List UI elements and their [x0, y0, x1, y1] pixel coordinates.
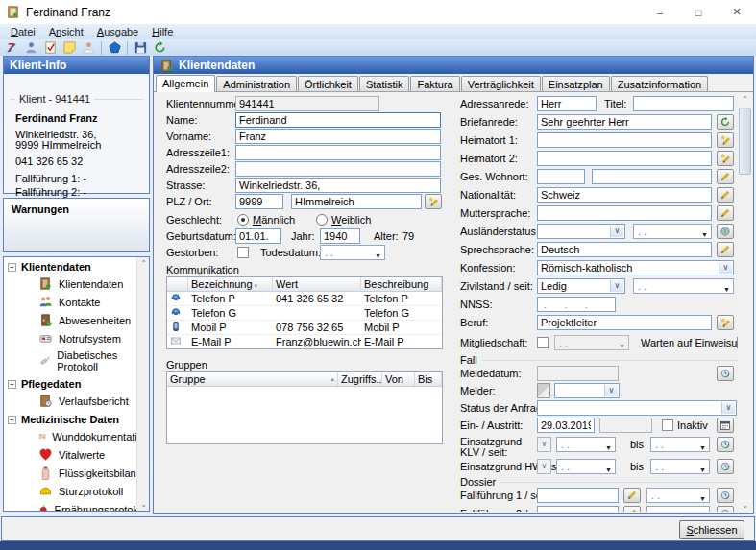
muttersprache-edit-button[interactable] [717, 205, 734, 221]
tasks-icon[interactable] [41, 40, 59, 56]
zivilstand-date-dropdown[interactable]: . .▼ [633, 278, 734, 294]
auslaenderstatus-date-dropdown[interactable]: . .▼ [633, 224, 712, 239]
tab-oertlichkeit[interactable]: Örtlichkeit [298, 76, 358, 91]
menu-hilfe[interactable]: Hilfe [145, 25, 180, 38]
tree-group-medizinische-daten[interactable]: − Medizinische Daten [4, 410, 149, 427]
fallfuehrung2-input[interactable] [537, 506, 619, 512]
tree-item-vitalwerte[interactable]: Vitalwerte [4, 445, 149, 464]
hw-history-button[interactable] [717, 459, 734, 474]
inaktiv-checkbox[interactable] [662, 419, 673, 431]
tree-item-verlaufsbericht[interactable]: Verlaufsbericht [4, 392, 149, 410]
nnss-input[interactable] [537, 297, 616, 312]
heimatort1-input[interactable] [537, 132, 712, 148]
menu-datei[interactable]: Datei [4, 25, 42, 38]
note-icon[interactable] [61, 40, 78, 56]
scroll-down-icon[interactable]: ⌄ [137, 498, 150, 511]
eintritt-input[interactable] [537, 418, 595, 433]
tab-vertraeglichkeit[interactable]: Verträglichkeit [461, 76, 541, 91]
tree-item-diabetisches-protokoll[interactable]: Diabetisches Protokoll [4, 347, 149, 374]
meldedatum-history-button[interactable] [717, 366, 734, 381]
form-scrollbar[interactable]: ⌃ ⌄ [738, 93, 752, 512]
collapse-icon[interactable]: − [8, 263, 16, 272]
tree-scrollbar[interactable]: ⌃ ⌄ [136, 257, 149, 511]
sprechsprache-input[interactable] [537, 242, 712, 257]
shape-icon[interactable] [106, 40, 123, 56]
tab-zusatzinformation[interactable]: Zusatzinformation [611, 76, 708, 91]
muttersprache-input[interactable] [537, 205, 712, 221]
klv-history-button[interactable] [717, 437, 734, 452]
tree-group-klientendaten[interactable]: − Klientendaten [4, 257, 149, 275]
client-icon[interactable] [22, 40, 39, 56]
tree-item-notrufsystem[interactable]: Notrufsystem [4, 329, 149, 347]
heimatort1-lookup-button[interactable] [717, 132, 734, 148]
fallfuehrung1-input[interactable] [537, 488, 619, 503]
collapse-icon[interactable]: − [8, 380, 16, 389]
beruf-input[interactable] [537, 315, 712, 330]
titel-input[interactable] [633, 96, 734, 111]
refresh-icon[interactable] [151, 40, 168, 56]
tab-faktura[interactable]: Faktura [410, 76, 459, 91]
schliessen-button[interactable]: Schliessen [679, 520, 744, 539]
tab-statistik[interactable]: Statistik [359, 76, 410, 91]
heimatort2-lookup-button[interactable] [717, 151, 734, 166]
tab-einsatzplan[interactable]: Einsatzplan [542, 76, 610, 91]
klv-von-dropdown[interactable]: . .▼ [556, 437, 616, 452]
menu-ausgabe[interactable]: Ausgabe [90, 25, 145, 38]
scroll-up-icon[interactable]: ⌃ [137, 257, 150, 270]
fallfuehrung2-history-button[interactable] [717, 506, 734, 512]
briefanrede-input[interactable] [537, 114, 712, 130]
melder-dropdown[interactable]: ∨ [554, 383, 620, 398]
status-anfrage-dropdown[interactable]: ∨ [537, 400, 737, 416]
scrollbar-thumb[interactable] [739, 108, 751, 175]
ges-wohnort-plz-input[interactable] [537, 169, 585, 184]
melder-picker-button[interactable] [537, 383, 550, 398]
auslaenderstatus-history-button[interactable] [717, 224, 734, 239]
verlaufsbericht-icon [38, 394, 53, 408]
einsatzgrund-hw-dropdown[interactable]: ∨ [537, 459, 551, 474]
adressanrede-input[interactable] [537, 96, 597, 111]
sprechsprache-edit-button[interactable] [717, 242, 734, 257]
fallfuehrung2-edit-button[interactable] [623, 506, 641, 512]
fallfuehrung1-date-dropdown[interactable]: . .▼ [646, 488, 710, 503]
tab-allgemein[interactable]: Allgemein [156, 75, 215, 92]
tree-item-wunddokumentation[interactable]: Wunddokumentation [4, 427, 149, 445]
tree-item-abwesenheiten[interactable]: Abwesenheiten [4, 311, 149, 329]
tree-item-ernaehrungsprotokoll[interactable]: Ernährungsprotokoll [4, 500, 149, 512]
heimatort2-input[interactable] [537, 151, 712, 166]
hw-bis-dropdown[interactable]: . .▼ [650, 459, 710, 474]
fallfuehrung2-date-dropdown[interactable]: . .▼ [646, 506, 710, 512]
ein-austritt-calendar-button[interactable] [717, 418, 734, 433]
briefanrede-refresh-button[interactable] [717, 114, 734, 130]
fallfuehrung1-history-button[interactable] [717, 488, 734, 503]
tree-item-fluessigkeitsbilanz[interactable]: Flüssigkeitsbilanz [4, 464, 149, 482]
fallfuehrung1-edit-button[interactable] [623, 488, 641, 503]
journal-icon[interactable]: 7 [3, 40, 20, 56]
tree-item-klientendaten[interactable]: Klientendaten [4, 275, 149, 293]
save-icon[interactable] [132, 40, 149, 56]
beruf-lookup-button[interactable] [717, 315, 734, 330]
tree-item-sturzprotokoll[interactable]: Sturzprotokoll [4, 482, 149, 500]
scroll-down-icon[interactable]: ⌄ [738, 499, 752, 512]
zivilstand-dropdown[interactable]: Ledig∨ [537, 278, 625, 294]
close-icon[interactable]: ✕ [718, 0, 756, 24]
mitgliedschaft-checkbox[interactable] [537, 337, 549, 348]
minimize-button[interactable]: – [641, 0, 679, 24]
klv-bis-dropdown[interactable]: . .▼ [650, 437, 710, 452]
collapse-icon[interactable]: − [8, 416, 16, 424]
contact-icon[interactable] [80, 40, 97, 56]
nationalitaet-edit-button[interactable] [717, 187, 734, 203]
konfession-dropdown[interactable]: Römisch-katholisch∨ [537, 260, 734, 275]
scroll-up-icon[interactable]: ⌃ [738, 93, 752, 106]
nationalitaet-input[interactable] [537, 187, 712, 203]
maximize-button[interactable]: □ [679, 0, 718, 24]
tree-item-kontakte[interactable]: Kontakte [4, 293, 149, 311]
ges-wohnort-ort-input[interactable] [592, 169, 712, 184]
menu-ansicht[interactable]: Ansicht [42, 25, 90, 38]
warnings-title: Warnungen [4, 199, 149, 215]
tree-group-pflegedaten[interactable]: − Pflegedaten [4, 374, 149, 392]
hw-von-dropdown[interactable]: . .▼ [556, 459, 616, 474]
auslaenderstatus-dropdown[interactable]: ∨ [537, 224, 625, 239]
ges-wohnort-edit-button[interactable] [717, 169, 734, 184]
einsatzgrund-klv-dropdown[interactable]: ∨ [537, 437, 551, 452]
tab-administration[interactable]: Administration [216, 76, 297, 91]
